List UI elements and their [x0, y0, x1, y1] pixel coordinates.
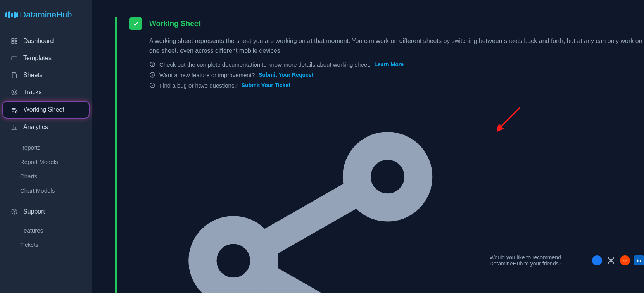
tertiary-nav: Features Tickets: [0, 223, 92, 252]
nav-report-models[interactable]: Report Models: [3, 155, 89, 169]
primary-nav: Dashboard Templates Sheets Tracks Workin…: [0, 33, 92, 136]
info-panel: Working Sheet A working sheet represents…: [115, 17, 644, 293]
info-icon: [149, 72, 155, 78]
info-description: A working sheet represents the sheet you…: [149, 36, 644, 56]
share-icon: [149, 93, 486, 293]
nav-dashboard[interactable]: Dashboard: [3, 33, 89, 49]
bar-chart-icon: [11, 124, 18, 131]
nav-label: Working Sheet: [24, 106, 64, 113]
svg-point-13: [357, 146, 418, 207]
info-line-text: Want a new feature or improvement?: [159, 72, 255, 78]
svg-rect-1: [15, 38, 17, 40]
svg-rect-0: [12, 38, 14, 40]
x-icon[interactable]: [606, 255, 616, 265]
brand-logo[interactable]: DatamineHub: [0, 6, 92, 33]
nav-label: Sheets: [23, 72, 43, 79]
file-icon: [11, 72, 18, 79]
nav-analytics[interactable]: Analytics: [3, 119, 89, 135]
nav-reports[interactable]: Reports: [3, 140, 89, 155]
svg-point-15: [623, 260, 624, 261]
nav-label: Support: [23, 208, 45, 215]
nav-support[interactable]: Support: [3, 204, 89, 219]
linkedin-icon[interactable]: in: [634, 255, 644, 265]
share-row: Would you like to recommend DatamineHub …: [149, 93, 644, 293]
svg-point-12: [202, 230, 264, 291]
grid-icon: [11, 38, 18, 45]
target-icon: [11, 89, 18, 96]
nav-tracks[interactable]: Tracks: [3, 84, 89, 100]
nav-charts[interactable]: Charts: [3, 169, 89, 183]
reddit-icon[interactable]: [620, 255, 630, 265]
sidebar: DatamineHub Dashboard Templates Sheets T…: [0, 0, 92, 293]
nav-chart-models[interactable]: Chart Models: [3, 183, 89, 198]
svg-point-16: [626, 260, 627, 261]
nav-templates[interactable]: Templates: [3, 50, 89, 66]
nav-features[interactable]: Features: [3, 223, 89, 238]
info-feature-request-line: Want a new feature or improvement? Submi…: [149, 72, 644, 78]
check-badge: [129, 17, 142, 30]
logo-bars-icon: [5, 11, 18, 18]
nav-label: Dashboard: [23, 38, 54, 45]
info-line-text: Check out the complete documentation to …: [159, 61, 370, 68]
info-icon: [149, 82, 155, 88]
nav-working-sheet[interactable]: Working Sheet: [3, 102, 89, 118]
help-circle-icon: [11, 208, 18, 215]
svg-point-9: [152, 65, 153, 66]
main-content: Working Sheet A working sheet represents…: [92, 0, 644, 293]
share-text: Would you like to recommend DatamineHub …: [490, 254, 588, 267]
svg-point-5: [13, 91, 16, 93]
info-line-text: Find a bug or have questions?: [159, 82, 238, 89]
learn-more-link[interactable]: Learn More: [374, 61, 403, 67]
secondary-nav: Reports Report Models Charts Chart Model…: [0, 140, 92, 198]
nav-tickets[interactable]: Tickets: [3, 238, 89, 252]
folder-icon: [11, 55, 18, 62]
submit-ticket-link[interactable]: Submit Your Ticket: [242, 82, 290, 88]
info-learn-more-line: Check out the complete documentation to …: [149, 61, 644, 68]
support-nav: Support: [0, 204, 92, 221]
info-bug-line: Find a bug or have questions? Submit You…: [149, 82, 644, 89]
svg-rect-3: [15, 42, 17, 44]
nav-label: Tracks: [23, 89, 41, 96]
nav-sheets[interactable]: Sheets: [3, 67, 89, 83]
svg-rect-2: [12, 42, 14, 44]
nav-label: Templates: [23, 55, 52, 62]
help-circle-icon: [149, 61, 155, 67]
pencil-list-icon: [11, 106, 18, 113]
nav-label: Analytics: [23, 124, 48, 131]
svg-point-7: [14, 213, 15, 213]
facebook-icon[interactable]: f: [592, 255, 602, 265]
svg-point-4: [12, 90, 17, 95]
submit-request-link[interactable]: Submit Your Request: [259, 72, 313, 78]
brand-name: DatamineHub: [20, 10, 72, 20]
check-icon: [132, 20, 139, 27]
page-title: Working Sheet: [149, 19, 201, 28]
